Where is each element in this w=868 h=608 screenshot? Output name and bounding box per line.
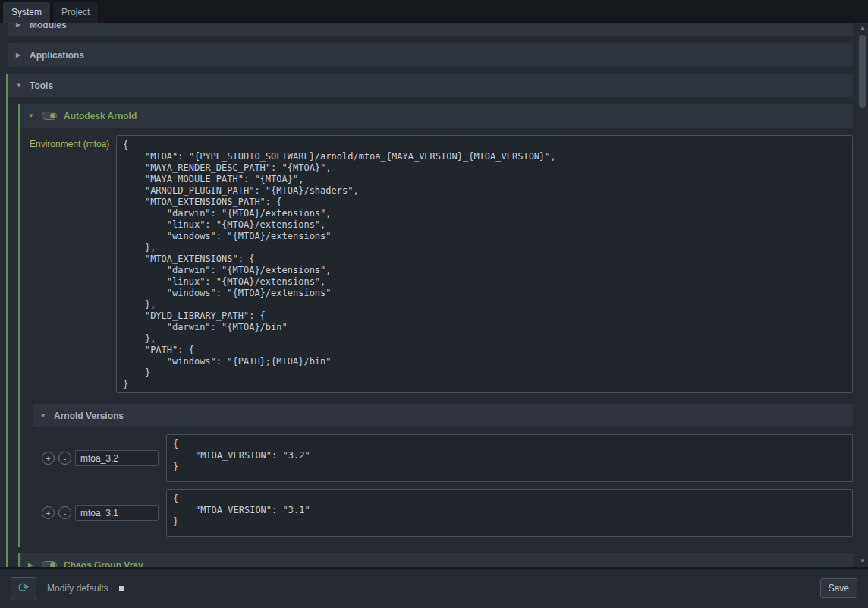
settings-scroll-area: ▶ Modules ▶ Applications ▼ Tools ▼ (0, 23, 868, 567)
arnold-body: Environment (mtoa) ▼ Arnold Versions (20, 128, 853, 547)
scrollbar-handle[interactable] (859, 35, 866, 108)
add-item-button[interactable]: + (42, 452, 55, 465)
modify-defaults-label: Modify defaults (47, 583, 108, 594)
environment-row: Environment (mtoa) (20, 132, 853, 404)
collapsed-arrow-icon: ▶ (16, 52, 23, 58)
version-json-textarea[interactable] (166, 434, 853, 482)
save-button[interactable]: Save (820, 578, 857, 598)
group-title-arnold-versions: Arnold Versions (54, 411, 124, 421)
environment-json-textarea[interactable] (116, 135, 853, 393)
vertical-scrollbar[interactable]: ▲ ▼ (857, 23, 868, 567)
tools-body: ▼ Autodesk Arnold Environment (mtoa) (8, 97, 853, 567)
collapsed-arrow-icon: ▶ (28, 562, 35, 567)
group-title-autodesk-arnold: Autodesk Arnold (64, 111, 137, 121)
section-applications: ▶ Applications (6, 43, 853, 67)
version-row: + - (42, 489, 853, 537)
group-arnold-versions: ▼ Arnold Versions + - (33, 404, 853, 537)
section-label-modules: Modules (30, 23, 67, 30)
collapsed-arrow-icon: ▶ (16, 23, 23, 28)
group-autodesk-arnold: ▼ Autodesk Arnold Environment (mtoa) (18, 104, 853, 547)
expanded-arrow-icon: ▼ (40, 412, 47, 419)
section-modules: ▶ Modules (6, 23, 853, 36)
section-header-modules[interactable]: ▶ Modules (8, 23, 853, 36)
group-title-chaos-group-vray: Chaos Group Vray (64, 560, 143, 568)
environment-label: Environment (mtoa) (30, 135, 116, 150)
expanded-arrow-icon: ▼ (28, 112, 35, 119)
refresh-button[interactable]: ⟳ (11, 577, 36, 600)
enabled-toggle-icon[interactable] (42, 112, 57, 120)
footer-bar: ⟳ Modify defaults Save (0, 567, 868, 608)
scroll-up-icon[interactable]: ▲ (857, 23, 868, 33)
section-label-tools: Tools (30, 80, 53, 91)
section-header-tools[interactable]: ▼ Tools (8, 74, 853, 97)
add-item-button[interactable]: + (42, 506, 55, 519)
modify-defaults-checkbox[interactable] (119, 586, 124, 591)
section-label-applications: Applications (30, 50, 84, 61)
enabled-toggle-icon[interactable] (42, 561, 57, 567)
remove-item-button[interactable]: - (58, 506, 71, 519)
version-key-input[interactable] (75, 450, 159, 466)
version-json-textarea[interactable] (166, 489, 853, 537)
tab-project[interactable]: Project (52, 2, 99, 23)
tab-system[interactable]: System (2, 2, 51, 23)
remove-item-button[interactable]: - (58, 452, 71, 465)
version-row: + - (42, 434, 853, 482)
section-header-applications[interactable]: ▶ Applications (8, 43, 853, 67)
group-header-autodesk-arnold[interactable]: ▼ Autodesk Arnold (20, 104, 853, 128)
section-tools: ▼ Tools ▼ Autodesk Arnold Environment (m… (6, 74, 853, 567)
settings-content: ▶ Modules ▶ Applications ▼ Tools ▼ (6, 23, 853, 567)
version-key-input[interactable] (75, 505, 159, 521)
scroll-down-icon[interactable]: ▼ (857, 556, 868, 567)
tab-bar: System Project (0, 0, 868, 23)
group-header-arnold-versions[interactable]: ▼ Arnold Versions (33, 404, 853, 427)
group-chaos-group-vray: ▶ Chaos Group Vray (18, 553, 853, 567)
expanded-arrow-icon: ▼ (16, 82, 23, 89)
group-header-chaos-group-vray[interactable]: ▶ Chaos Group Vray (20, 553, 853, 567)
